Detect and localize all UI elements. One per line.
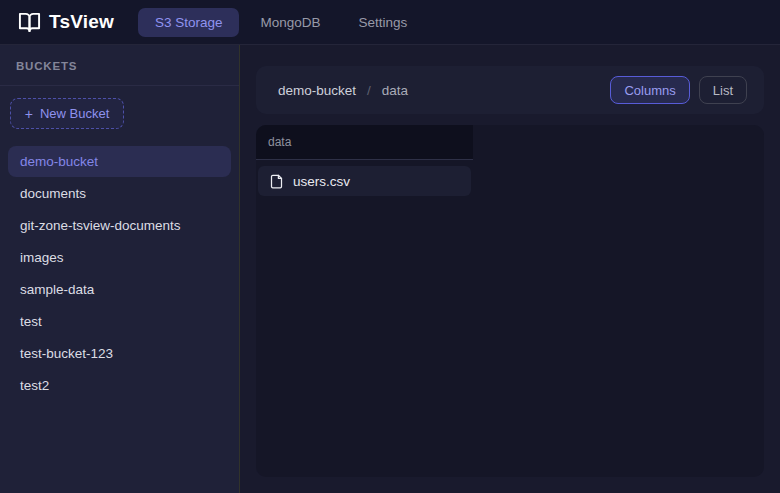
sidebar-item-git-zone-tsview-documents[interactable]: git-zone-tsview-documents <box>8 210 231 241</box>
file-name: users.csv <box>293 174 350 189</box>
brand: TsView <box>18 11 114 34</box>
sidebar-item-demo-bucket[interactable]: demo-bucket <box>8 146 231 177</box>
breadcrumb-folder[interactable]: data <box>382 83 408 98</box>
sidebar-item-test-bucket-123[interactable]: test-bucket-123 <box>8 338 231 369</box>
main-content: demo-bucket / data Columns List data <box>240 45 780 493</box>
columns-view-button[interactable]: Columns <box>610 76 689 104</box>
sidebar-item-images[interactable]: images <box>8 242 231 273</box>
view-toggle: Columns List <box>610 76 747 104</box>
sidebar-item-test[interactable]: test <box>8 306 231 337</box>
main-nav: S3 Storage MongoDB Settings <box>138 8 424 37</box>
sidebar-item-documents[interactable]: documents <box>8 178 231 209</box>
file-browser-panel: data users.csv <box>256 125 764 477</box>
breadcrumb: demo-bucket / data <box>278 83 408 98</box>
app-header: TsView S3 Storage MongoDB Settings <box>0 0 780 45</box>
file-column: data users.csv <box>256 125 473 477</box>
app-window: TsView S3 Storage MongoDB Settings BUCKE… <box>0 0 780 493</box>
list-view-button[interactable]: List <box>699 76 747 104</box>
tab-mongodb[interactable]: MongoDB <box>243 8 337 37</box>
body-row: BUCKETS + New Bucket demo-bucket documen… <box>0 45 780 493</box>
tab-s3-storage[interactable]: S3 Storage <box>138 8 240 37</box>
tab-settings[interactable]: Settings <box>342 8 425 37</box>
sidebar: BUCKETS + New Bucket demo-bucket documen… <box>0 45 240 493</box>
buckets-section-title: BUCKETS <box>0 45 239 86</box>
new-bucket-button[interactable]: + New Bucket <box>10 98 124 129</box>
brand-title: TsView <box>49 11 114 33</box>
sidebar-item-sample-data[interactable]: sample-data <box>8 274 231 305</box>
column-body: users.csv <box>256 160 473 202</box>
plus-icon: + <box>25 107 33 121</box>
book-open-icon <box>18 11 41 34</box>
column-header: data <box>256 125 473 160</box>
file-row[interactable]: users.csv <box>258 166 471 196</box>
sidebar-item-test2[interactable]: test2 <box>8 370 231 401</box>
new-bucket-label: New Bucket <box>40 106 109 121</box>
breadcrumb-separator: / <box>367 83 371 98</box>
breadcrumb-bucket[interactable]: demo-bucket <box>278 83 356 98</box>
toolbar: demo-bucket / data Columns List <box>256 66 764 114</box>
file-icon <box>269 173 284 190</box>
bucket-list: demo-bucket documents git-zone-tsview-do… <box>0 146 239 402</box>
